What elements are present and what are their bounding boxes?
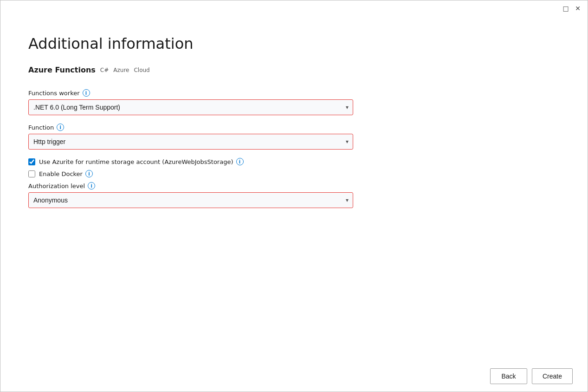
authorization-level-label: Authorization level i: [28, 182, 353, 189]
function-group: Function i Http triggerTimer triggerBlob…: [28, 124, 353, 150]
main-content: Additional information Azure Functions C…: [0, 16, 588, 361]
authorization-level-info-icon[interactable]: i: [88, 182, 95, 189]
authorization-level-select[interactable]: AnonymousFunctionAdmin: [28, 192, 353, 208]
functions-worker-select-wrapper: .NET 6.0 (Long Term Support).NET 7.0.NET…: [28, 99, 353, 115]
functions-worker-label: Functions worker i: [28, 89, 353, 97]
titlebar: □ ✕: [0, 0, 588, 16]
subtitle-main: Azure Functions: [28, 65, 96, 74]
enable-docker-checkbox[interactable]: [28, 170, 35, 177]
close-icon: ✕: [575, 5, 581, 12]
tag-azure: Azure: [113, 67, 129, 73]
functions-worker-label-text: Functions worker: [28, 90, 80, 97]
enable-docker-info-icon[interactable]: i: [85, 170, 93, 177]
use-azurite-row: Use Azurite for runtime storage account …: [28, 158, 353, 165]
authorization-level-label-text: Authorization level: [28, 183, 85, 189]
functions-worker-select[interactable]: .NET 6.0 (Long Term Support).NET 7.0.NET…: [28, 99, 353, 115]
function-label: Function i: [28, 124, 353, 131]
use-azurite-label-text: Use Azurite for runtime storage account …: [39, 158, 233, 165]
dialog-window: □ ✕ Additional information Azure Functio…: [0, 0, 588, 392]
page-title: Additional information: [28, 35, 560, 52]
authorization-level-select-wrapper: AnonymousFunctionAdmin ▾: [28, 192, 353, 208]
functions-worker-group: Functions worker i .NET 6.0 (Long Term S…: [28, 89, 353, 115]
function-select-wrapper: Http triggerTimer triggerBlob triggerQue…: [28, 134, 353, 150]
subtitle-row: Azure Functions C# Azure Cloud: [28, 65, 560, 74]
maximize-icon: □: [562, 5, 569, 12]
authorization-level-group: Authorization level i AnonymousFunctionA…: [28, 182, 353, 208]
close-button[interactable]: ✕: [574, 4, 582, 13]
tag-csharp: C#: [100, 67, 109, 73]
function-select[interactable]: Http triggerTimer triggerBlob triggerQue…: [28, 134, 353, 150]
use-azurite-checkbox[interactable]: [28, 158, 35, 165]
create-button[interactable]: Create: [532, 368, 573, 384]
tag-cloud: Cloud: [134, 67, 149, 73]
maximize-button[interactable]: □: [562, 4, 570, 13]
enable-docker-label: Enable Docker i: [39, 170, 93, 177]
back-button[interactable]: Back: [490, 368, 527, 384]
enable-docker-label-text: Enable Docker: [39, 170, 83, 177]
functions-worker-info-icon[interactable]: i: [83, 89, 90, 97]
function-label-text: Function: [28, 124, 54, 131]
enable-docker-row: Enable Docker i: [28, 170, 353, 177]
function-info-icon[interactable]: i: [57, 124, 64, 131]
footer: Back Create: [0, 361, 588, 392]
use-azurite-label: Use Azurite for runtime storage account …: [39, 158, 244, 165]
use-azurite-info-icon[interactable]: i: [236, 158, 244, 165]
form-section: Functions worker i .NET 6.0 (Long Term S…: [28, 89, 353, 216]
